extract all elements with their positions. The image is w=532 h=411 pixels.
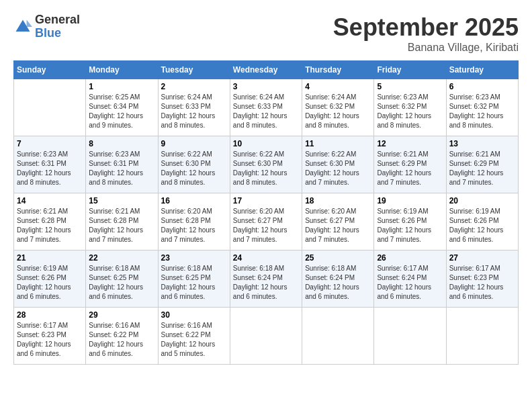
calendar-header-friday: Friday	[374, 61, 446, 79]
day-info: Sunrise: 6:23 AM Sunset: 6:31 PM Dayligh…	[89, 150, 154, 187]
calendar-cell: 29Sunrise: 6:16 AM Sunset: 6:22 PM Dayli…	[86, 308, 158, 365]
calendar-cell: 22Sunrise: 6:18 AM Sunset: 6:25 PM Dayli…	[86, 250, 158, 308]
calendar-cell: 12Sunrise: 6:21 AM Sunset: 6:29 PM Dayli…	[374, 136, 446, 193]
calendar-cell: 1Sunrise: 6:25 AM Sunset: 6:34 PM Daylig…	[86, 79, 158, 136]
calendar-cell: 2Sunrise: 6:24 AM Sunset: 6:33 PM Daylig…	[158, 79, 230, 136]
day-info: Sunrise: 6:20 AM Sunset: 6:27 PM Dayligh…	[233, 207, 299, 244]
day-number: 27	[449, 253, 515, 263]
day-number: 3	[233, 82, 299, 91]
day-info: Sunrise: 6:22 AM Sunset: 6:30 PM Dayligh…	[233, 150, 299, 187]
logo-blue: Blue	[35, 27, 80, 40]
day-number: 23	[161, 253, 227, 263]
calendar-header-sunday: Sunday	[14, 61, 86, 79]
day-info: Sunrise: 6:24 AM Sunset: 6:32 PM Dayligh…	[305, 93, 371, 130]
calendar-week-row: 21Sunrise: 6:19 AM Sunset: 6:26 PM Dayli…	[14, 250, 519, 308]
month-title: September 2025	[333, 13, 519, 42]
calendar-header-tuesday: Tuesday	[158, 61, 230, 79]
day-info: Sunrise: 6:18 AM Sunset: 6:24 PM Dayligh…	[233, 264, 299, 302]
day-info: Sunrise: 6:24 AM Sunset: 6:33 PM Dayligh…	[161, 93, 227, 130]
day-number: 9	[161, 139, 227, 148]
location: Banana Village, Kiribati	[333, 42, 519, 54]
day-number: 30	[161, 310, 227, 320]
day-number: 14	[17, 196, 83, 205]
page-header: General Blue September 2025 Banana Villa…	[13, 13, 519, 54]
calendar-cell: 7Sunrise: 6:23 AM Sunset: 6:31 PM Daylig…	[14, 136, 86, 193]
day-info: Sunrise: 6:23 AM Sunset: 6:31 PM Dayligh…	[17, 150, 83, 187]
calendar-cell: 4Sunrise: 6:24 AM Sunset: 6:32 PM Daylig…	[302, 79, 374, 136]
day-info: Sunrise: 6:19 AM Sunset: 6:26 PM Dayligh…	[377, 207, 443, 244]
calendar-cell: 5Sunrise: 6:23 AM Sunset: 6:32 PM Daylig…	[374, 79, 446, 136]
svg-marker-1	[27, 19, 32, 27]
calendar-table: SundayMondayTuesdayWednesdayThursdayFrid…	[13, 60, 519, 365]
day-number: 1	[89, 82, 154, 91]
calendar-cell: 14Sunrise: 6:21 AM Sunset: 6:28 PM Dayli…	[14, 193, 86, 250]
day-info: Sunrise: 6:19 AM Sunset: 6:26 PM Dayligh…	[17, 264, 83, 302]
day-number: 28	[17, 310, 83, 320]
calendar-cell: 19Sunrise: 6:19 AM Sunset: 6:26 PM Dayli…	[374, 193, 446, 250]
calendar-header-wednesday: Wednesday	[230, 61, 302, 79]
calendar-cell: 8Sunrise: 6:23 AM Sunset: 6:31 PM Daylig…	[86, 136, 158, 193]
calendar-cell: 26Sunrise: 6:17 AM Sunset: 6:24 PM Dayli…	[374, 250, 446, 308]
calendar-header-row: SundayMondayTuesdayWednesdayThursdayFrid…	[14, 61, 519, 79]
calendar-week-row: 28Sunrise: 6:17 AM Sunset: 6:23 PM Dayli…	[14, 308, 519, 365]
calendar-header-monday: Monday	[86, 61, 158, 79]
day-info: Sunrise: 6:22 AM Sunset: 6:30 PM Dayligh…	[305, 150, 371, 187]
title-block: September 2025 Banana Village, Kiribati	[333, 13, 519, 54]
day-info: Sunrise: 6:21 AM Sunset: 6:28 PM Dayligh…	[17, 207, 83, 244]
calendar-week-row: 14Sunrise: 6:21 AM Sunset: 6:28 PM Dayli…	[14, 193, 519, 250]
calendar-header-thursday: Thursday	[302, 61, 374, 79]
day-info: Sunrise: 6:17 AM Sunset: 6:24 PM Dayligh…	[377, 264, 443, 302]
calendar-cell: 11Sunrise: 6:22 AM Sunset: 6:30 PM Dayli…	[302, 136, 374, 193]
calendar-cell: 21Sunrise: 6:19 AM Sunset: 6:26 PM Dayli…	[14, 250, 86, 308]
calendar-cell: 24Sunrise: 6:18 AM Sunset: 6:24 PM Dayli…	[230, 250, 302, 308]
calendar-cell: 16Sunrise: 6:20 AM Sunset: 6:28 PM Dayli…	[158, 193, 230, 250]
calendar-cell	[230, 308, 302, 365]
day-number: 12	[377, 139, 443, 148]
calendar-cell	[302, 308, 374, 365]
day-info: Sunrise: 6:17 AM Sunset: 6:23 PM Dayligh…	[17, 321, 83, 359]
day-number: 8	[89, 139, 154, 148]
calendar-cell: 6Sunrise: 6:23 AM Sunset: 6:32 PM Daylig…	[446, 79, 518, 136]
day-number: 18	[305, 196, 371, 205]
day-info: Sunrise: 6:21 AM Sunset: 6:29 PM Dayligh…	[377, 150, 443, 187]
day-info: Sunrise: 6:22 AM Sunset: 6:30 PM Dayligh…	[161, 150, 227, 187]
day-info: Sunrise: 6:21 AM Sunset: 6:29 PM Dayligh…	[449, 150, 515, 187]
day-info: Sunrise: 6:16 AM Sunset: 6:22 PM Dayligh…	[161, 321, 227, 359]
day-number: 17	[233, 196, 299, 205]
day-number: 2	[161, 82, 227, 91]
calendar-week-row: 1Sunrise: 6:25 AM Sunset: 6:34 PM Daylig…	[14, 79, 519, 136]
logo-general: General	[35, 13, 80, 27]
day-number: 4	[305, 82, 371, 91]
day-number: 26	[377, 253, 443, 263]
day-number: 22	[89, 253, 154, 263]
calendar-cell: 10Sunrise: 6:22 AM Sunset: 6:30 PM Dayli…	[230, 136, 302, 193]
day-number: 16	[161, 196, 227, 205]
day-info: Sunrise: 6:24 AM Sunset: 6:33 PM Dayligh…	[233, 93, 299, 130]
calendar-cell: 30Sunrise: 6:16 AM Sunset: 6:22 PM Dayli…	[158, 308, 230, 365]
calendar-cell: 3Sunrise: 6:24 AM Sunset: 6:33 PM Daylig…	[230, 79, 302, 136]
day-info: Sunrise: 6:18 AM Sunset: 6:25 PM Dayligh…	[89, 264, 154, 302]
day-number: 5	[377, 82, 443, 91]
calendar-cell	[14, 79, 86, 136]
calendar-cell: 28Sunrise: 6:17 AM Sunset: 6:23 PM Dayli…	[14, 308, 86, 365]
day-number: 21	[17, 253, 83, 263]
calendar-cell: 23Sunrise: 6:18 AM Sunset: 6:25 PM Dayli…	[158, 250, 230, 308]
day-number: 13	[449, 139, 515, 148]
calendar-cell	[446, 308, 518, 365]
day-number: 11	[305, 139, 371, 148]
logo-icon	[13, 17, 32, 36]
calendar-cell: 27Sunrise: 6:17 AM Sunset: 6:23 PM Dayli…	[446, 250, 518, 308]
day-number: 20	[449, 196, 515, 205]
day-info: Sunrise: 6:23 AM Sunset: 6:32 PM Dayligh…	[377, 93, 443, 130]
day-number: 15	[89, 196, 154, 205]
calendar-cell: 20Sunrise: 6:19 AM Sunset: 6:26 PM Dayli…	[446, 193, 518, 250]
day-number: 6	[449, 82, 515, 91]
day-number: 24	[233, 253, 299, 263]
day-info: Sunrise: 6:21 AM Sunset: 6:28 PM Dayligh…	[89, 207, 154, 244]
day-info: Sunrise: 6:17 AM Sunset: 6:23 PM Dayligh…	[449, 264, 515, 302]
day-info: Sunrise: 6:18 AM Sunset: 6:25 PM Dayligh…	[161, 264, 227, 302]
day-number: 7	[17, 139, 83, 148]
calendar-header-saturday: Saturday	[446, 61, 518, 79]
day-info: Sunrise: 6:18 AM Sunset: 6:24 PM Dayligh…	[305, 264, 371, 302]
day-info: Sunrise: 6:16 AM Sunset: 6:22 PM Dayligh…	[89, 321, 154, 359]
